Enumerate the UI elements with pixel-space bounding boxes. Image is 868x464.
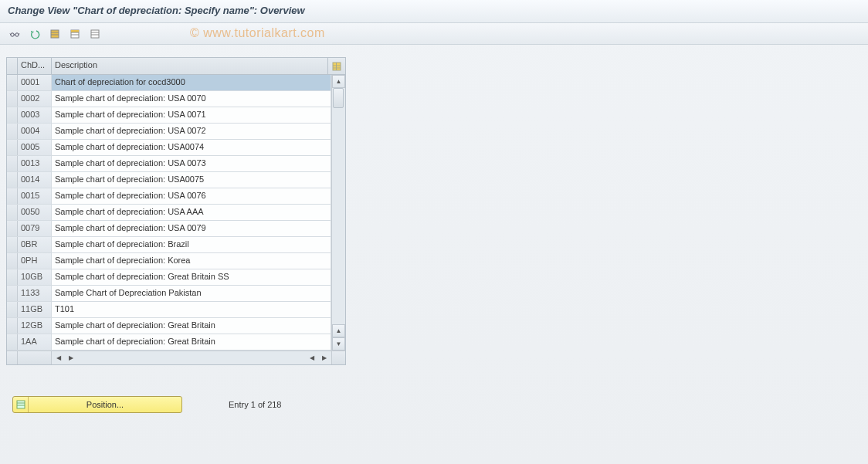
hscroll-left-button[interactable]: ◀ bbox=[53, 353, 64, 364]
cell-description[interactable]: Sample chart of depreciation: Korea bbox=[52, 253, 331, 269]
row-selector[interactable] bbox=[7, 156, 18, 171]
table-row[interactable]: 0015Sample chart of depreciation: USA 00… bbox=[7, 188, 331, 205]
select-block-button[interactable] bbox=[66, 25, 83, 42]
row-selector[interactable] bbox=[7, 124, 18, 139]
deselect-all-button[interactable] bbox=[86, 25, 103, 42]
table-row[interactable]: 0004Sample chart of depreciation: USA 00… bbox=[7, 124, 331, 140]
cell-chd[interactable]: 0013 bbox=[18, 156, 52, 171]
cell-chd[interactable]: 0001 bbox=[18, 75, 52, 90]
cell-description[interactable]: Sample chart of depreciation: USA AAA bbox=[52, 205, 331, 220]
row-selector[interactable] bbox=[7, 334, 18, 350]
content-area: ChD... Description 0001Chart of deprecia… bbox=[0, 45, 868, 419]
cell-description[interactable]: Sample chart of depreciation: Brazil bbox=[52, 237, 331, 252]
cell-chd[interactable]: 0005 bbox=[18, 140, 52, 155]
cell-chd[interactable]: 0PH bbox=[18, 253, 52, 269]
table-row[interactable]: 1AASample chart of depreciation: Great B… bbox=[7, 334, 331, 351]
table-row[interactable]: 0079Sample chart of depreciation: USA 00… bbox=[7, 221, 331, 237]
table-row[interactable]: 0002Sample chart of depreciation: USA 00… bbox=[7, 91, 331, 107]
table-row[interactable]: 0BRSample chart of depreciation: Brazil bbox=[7, 237, 331, 253]
cell-description[interactable]: Sample chart of depreciation: Great Brit… bbox=[52, 269, 331, 285]
cell-chd[interactable]: 0050 bbox=[18, 205, 52, 220]
cell-description[interactable]: Sample chart of depreciation: USA 0079 bbox=[52, 221, 331, 236]
table-row[interactable]: 0001Chart of depreciation for cocd3000 bbox=[7, 75, 331, 91]
column-header-chd[interactable]: ChD... bbox=[18, 58, 52, 74]
cell-description[interactable]: Chart of depreciation for cocd3000 bbox=[52, 75, 331, 90]
table-row[interactable]: 12GBSample chart of depreciation: Great … bbox=[7, 318, 331, 334]
undo-button[interactable] bbox=[26, 25, 43, 42]
table-row[interactable]: 10GBSample chart of depreciation: Great … bbox=[7, 269, 331, 286]
cell-description[interactable]: Sample chart of depreciation: USA 0070 bbox=[52, 91, 331, 107]
table-header: ChD... Description bbox=[7, 58, 345, 75]
svg-point-0 bbox=[11, 32, 14, 36]
cell-description[interactable]: Sample Chart of Depreciation Pakistan bbox=[52, 286, 331, 301]
cell-description[interactable]: Sample chart of depreciation: USA0074 bbox=[52, 140, 331, 155]
hscroll-right-button[interactable]: ▶ bbox=[66, 353, 76, 364]
svg-rect-2 bbox=[51, 30, 59, 38]
scroll-corner bbox=[331, 351, 345, 364]
cell-chd[interactable]: 0004 bbox=[18, 124, 52, 139]
scroll-down-button[interactable]: ▼ bbox=[332, 337, 345, 351]
cell-chd[interactable]: 0002 bbox=[18, 91, 52, 107]
table-row[interactable]: 0014Sample chart of depreciation: USA007… bbox=[7, 172, 331, 188]
table-row[interactable]: 1133Sample Chart of Depreciation Pakista… bbox=[7, 286, 331, 302]
display-change-toggle-button[interactable] bbox=[6, 25, 23, 42]
table-row[interactable]: 0013Sample chart of depreciation: USA 00… bbox=[7, 156, 331, 172]
cell-description[interactable]: Sample chart of depreciation: USA 0076 bbox=[52, 188, 331, 204]
scroll-up-button[interactable]: ▲ bbox=[332, 75, 345, 88]
cell-chd[interactable]: 11GB bbox=[18, 302, 52, 317]
table-row[interactable]: 11GBT101 bbox=[7, 302, 331, 318]
hscroll-left2-button[interactable]: ◀ bbox=[307, 353, 317, 364]
svg-point-1 bbox=[15, 32, 19, 36]
hscroll-right2-button[interactable]: ▶ bbox=[319, 353, 330, 364]
cell-chd[interactable]: 0015 bbox=[18, 188, 52, 204]
svg-rect-16 bbox=[17, 401, 25, 408]
scroll-track[interactable] bbox=[332, 88, 345, 324]
row-selector[interactable] bbox=[7, 286, 18, 301]
table-select-icon bbox=[49, 29, 60, 39]
table-settings-button[interactable] bbox=[328, 58, 345, 74]
row-selector[interactable] bbox=[7, 237, 18, 252]
table-row[interactable]: 0050Sample chart of depreciation: USA AA… bbox=[7, 205, 331, 221]
cell-description[interactable]: T101 bbox=[52, 302, 331, 317]
cell-chd[interactable]: 12GB bbox=[18, 318, 52, 334]
cell-chd[interactable]: 0014 bbox=[18, 172, 52, 188]
row-selector[interactable] bbox=[7, 302, 18, 317]
row-selector[interactable] bbox=[7, 188, 18, 204]
table-row[interactable]: 0PHSample chart of depreciation: Korea bbox=[7, 253, 331, 269]
row-selector[interactable] bbox=[7, 269, 18, 285]
row-selector[interactable] bbox=[7, 107, 18, 123]
row-selector[interactable] bbox=[7, 318, 18, 334]
row-selector[interactable] bbox=[7, 140, 18, 155]
cell-chd[interactable]: 1AA bbox=[18, 334, 52, 350]
cell-chd[interactable]: 10GB bbox=[18, 269, 52, 285]
scroll-line-up-button[interactable]: ▲ bbox=[332, 324, 345, 337]
row-selector[interactable] bbox=[7, 172, 18, 188]
scroll-thumb[interactable] bbox=[333, 88, 344, 108]
cell-description[interactable]: Sample chart of depreciation: USA 0072 bbox=[52, 124, 331, 139]
row-selector[interactable] bbox=[7, 91, 18, 107]
rows-area: 0001Chart of depreciation for cocd300000… bbox=[7, 75, 331, 351]
vertical-scrollbar[interactable]: ▲ ▲ ▼ bbox=[331, 75, 345, 351]
cell-description[interactable]: Sample chart of depreciation: Great Brit… bbox=[52, 318, 331, 334]
cell-chd[interactable]: 1133 bbox=[18, 286, 52, 301]
select-all-button[interactable] bbox=[46, 25, 63, 42]
row-selector[interactable] bbox=[7, 253, 18, 269]
cell-description[interactable]: Sample chart of depreciation: USA0075 bbox=[52, 172, 331, 188]
row-selector[interactable] bbox=[7, 75, 18, 90]
row-selector[interactable] bbox=[7, 205, 18, 220]
glasses-icon bbox=[9, 29, 20, 39]
row-selector[interactable] bbox=[7, 221, 18, 236]
table-row[interactable]: 0005Sample chart of depreciation: USA007… bbox=[7, 140, 331, 156]
cell-description[interactable]: Sample chart of depreciation: USA 0073 bbox=[52, 156, 331, 171]
cell-chd[interactable]: 0BR bbox=[18, 237, 52, 252]
cell-description[interactable]: Sample chart of depreciation: USA 0071 bbox=[52, 107, 331, 123]
cell-description[interactable]: Sample chart of depreciation: Great Brit… bbox=[52, 334, 331, 350]
cell-chd[interactable]: 0079 bbox=[18, 221, 52, 236]
row-selector-header[interactable] bbox=[7, 58, 18, 74]
column-header-description[interactable]: Description bbox=[52, 58, 328, 74]
cell-chd[interactable]: 0003 bbox=[18, 107, 52, 123]
table-row[interactable]: 0003Sample chart of depreciation: USA 00… bbox=[7, 107, 331, 124]
horizontal-scrollbar[interactable]: ◀ ▶ ◀ ▶ bbox=[52, 351, 331, 364]
position-button[interactable]: Position... bbox=[12, 396, 182, 413]
entry-status: Entry 1 of 218 bbox=[229, 400, 282, 409]
